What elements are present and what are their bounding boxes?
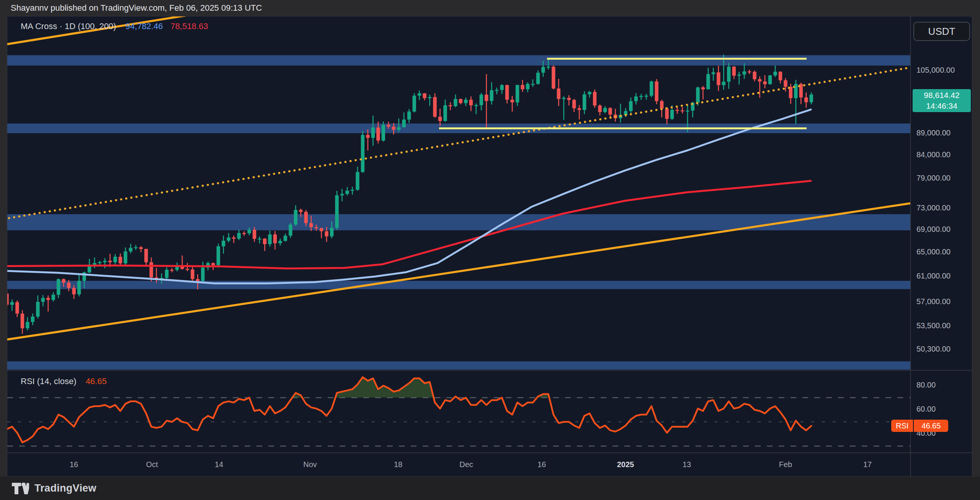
candle-body [284,236,287,241]
candle-body [526,84,529,89]
candle-body [371,127,375,138]
rsi-pane-legend[interactable]: RSI (14, close) 46.65 [21,376,107,386]
candle-body [402,120,405,127]
candle-body [170,270,173,271]
candle-body [232,238,235,239]
candle-body [144,249,148,262]
dotted-trendline[interactable] [4,68,910,219]
candle-body [392,127,395,130]
candle-body [665,109,668,119]
candle-body [428,97,431,98]
candle-body [773,72,777,75]
candle-body [634,96,638,101]
candle-body [593,92,596,106]
candle-body [273,235,277,243]
zone-band [7,281,910,289]
candle-body [588,92,591,94]
candle-body [242,233,246,234]
candle-body [309,223,313,227]
candle-body [608,108,612,114]
candle-body [810,94,813,102]
candle-body [15,302,19,314]
candle-body [784,80,787,87]
candle-body [459,99,462,103]
time-axis-label: 14 [192,460,246,469]
candle-body [263,239,266,244]
candle-body [356,172,359,190]
candle-body [361,135,364,172]
candle-body [278,241,282,243]
candle-body [650,81,653,96]
candle-body [237,233,240,239]
candle-body [510,100,514,103]
candle-body [289,225,292,236]
candle-body [330,228,333,236]
candle-body [748,72,751,73]
support-resistance-zones [7,55,910,370]
candle-body [108,261,112,262]
candle-body [675,110,679,111]
candle-body [21,314,24,328]
candle-body [433,97,436,117]
candle-body [418,93,421,96]
candle-body [113,257,117,262]
candle-body [516,85,519,102]
time-axis-label: 16 [515,460,568,469]
ma100-value: 94,782.46 [126,21,163,31]
candle-body [382,125,385,140]
candle-body [351,190,354,191]
candle-body [345,191,349,194]
price-pane-legend[interactable]: MA Cross · 1D (100, 200) 94,782.46 78,51… [21,21,208,31]
rsi-legend-value: 46.65 [86,376,107,386]
candle-body [660,101,663,108]
candle-body [129,248,132,251]
candle-body [779,72,782,80]
candle-body [758,79,761,81]
zone-band [7,362,910,370]
candle-body [727,67,730,81]
candle-body [191,269,194,279]
candle-body [36,302,39,316]
candle-body [98,262,101,263]
candle-body [681,111,684,112]
candle-body [320,228,323,231]
candle-body [505,85,509,99]
chart-canvas[interactable] [0,0,980,500]
price-axis-label: 53,500.00 [916,321,951,330]
candle-body [366,135,369,138]
time-axis-label: 18 [371,460,425,469]
candle-body [139,247,143,249]
candle-body [531,84,534,85]
candle-body [598,106,601,112]
candle-body [464,100,467,103]
candle-body [443,105,447,121]
candle-body [222,241,225,246]
candle-body [124,251,127,263]
candle-body [495,90,498,91]
candle-body [490,90,493,101]
candle-body [686,111,689,112]
candle-body [732,67,736,76]
price-axis-label: 57,000.00 [916,297,951,306]
rsi-value-badge: RSI 46.65 [891,420,948,432]
brand-name[interactable]: TradingView [34,482,96,494]
rsi-axis-label: 60.00 [916,405,936,414]
candle-body [717,72,720,85]
candle-body [670,110,674,119]
candle-body [201,267,204,281]
candle-body [72,288,75,295]
candle-body [407,112,411,120]
rsi-axis-label: 80.00 [916,381,936,389]
candle-body [149,262,153,278]
candle-body [712,72,715,74]
tradingview-logo-icon[interactable] [11,482,29,495]
candle-body [340,194,344,195]
zone-band [7,214,910,230]
candle-body [701,87,705,89]
zone-band [7,55,910,65]
currency-toggle-button[interactable]: USDT [913,22,970,41]
price-axis-label: 65,000.00 [916,248,951,256]
candle-body [376,127,380,140]
price-axis-label: 84,000.00 [916,150,951,159]
candle-body [62,279,65,283]
